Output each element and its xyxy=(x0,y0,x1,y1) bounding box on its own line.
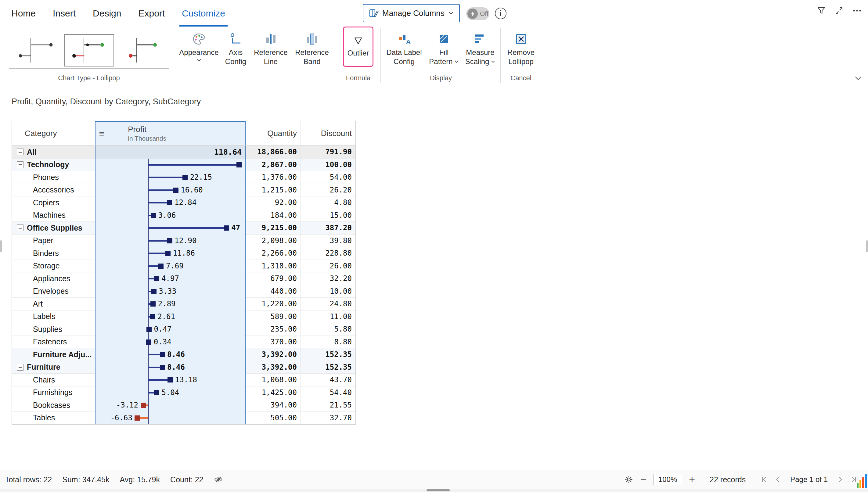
discount-cell[interactable]: 100.00 xyxy=(300,158,356,171)
column-header-category[interactable]: Category xyxy=(12,121,95,146)
category-cell[interactable]: Paper xyxy=(12,235,95,247)
chart-type-option-1[interactable] xyxy=(11,34,61,67)
discount-cell[interactable]: 32.20 xyxy=(300,272,356,285)
zoom-out-button[interactable]: − xyxy=(641,474,647,485)
chart-type-option-2-selected[interactable] xyxy=(64,34,114,67)
fill-pattern-button[interactable]: Fill Pattern xyxy=(427,31,461,66)
previous-page-icon[interactable] xyxy=(774,476,782,483)
quantity-cell[interactable]: 235.00 xyxy=(246,323,300,336)
discount-cell[interactable]: 54.40 xyxy=(300,387,356,399)
profit-cell[interactable]: 12.84 xyxy=(95,196,246,209)
profit-cell[interactable]: -6.63 xyxy=(95,412,246,425)
table-row[interactable]: Art2.891,220.0024.80 xyxy=(12,298,356,311)
discount-cell[interactable]: 15.00 xyxy=(300,209,356,222)
lollipop-stick[interactable] xyxy=(148,190,176,191)
data-label-config-button[interactable]: A Data Label Config xyxy=(385,31,423,66)
chart-type-option-3[interactable] xyxy=(117,34,167,67)
lollipop-marker[interactable] xyxy=(151,289,156,294)
table-row[interactable]: −Technology2,867.00100.00 xyxy=(12,158,356,171)
profit-cell[interactable]: 7.69 xyxy=(95,260,246,273)
discount-cell[interactable]: 152.35 xyxy=(300,348,356,361)
lollipop-marker[interactable] xyxy=(160,352,165,357)
profit-cell[interactable]: 0.47 xyxy=(95,323,246,336)
discount-cell[interactable]: 54.00 xyxy=(300,171,356,184)
lollipop-stick[interactable] xyxy=(148,252,168,254)
zoom-level[interactable]: 100% xyxy=(653,474,682,485)
table-row[interactable]: −All118.6418,866.00791.90 xyxy=(12,146,356,158)
lollipop-marker[interactable] xyxy=(141,403,146,408)
discount-cell[interactable]: 791.90 xyxy=(300,146,356,158)
lollipop-marker[interactable] xyxy=(146,340,151,345)
category-cell[interactable]: −Furniture xyxy=(12,361,95,374)
table-row[interactable]: Machines3.06184.0015.00 xyxy=(12,209,356,222)
info-icon[interactable]: i xyxy=(495,8,506,19)
category-cell[interactable]: Copiers xyxy=(12,196,95,209)
drag-handle-icon[interactable]: ≡ xyxy=(99,129,104,138)
profit-cell[interactable]: 2.89 xyxy=(95,298,246,311)
table-row[interactable]: Binders11.862,266.00228.80 xyxy=(12,247,356,260)
discount-cell[interactable]: 39.80 xyxy=(300,235,356,247)
lollipop-marker[interactable] xyxy=(154,390,159,395)
lollipop-stick[interactable] xyxy=(148,164,239,166)
axis-config-button[interactable]: Axis Config xyxy=(221,31,250,66)
measure-scaling-button[interactable]: Measure Scaling xyxy=(463,31,497,66)
table-row[interactable]: Accessories16.601,215.0026.20 xyxy=(12,184,356,197)
profit-cell[interactable]: 118.64 xyxy=(95,146,246,158)
lollipop-marker[interactable] xyxy=(160,365,165,370)
quantity-cell[interactable]: 1,220.00 xyxy=(246,298,300,311)
table-row[interactable]: Envelopes3.33440.0010.00 xyxy=(12,285,356,298)
quantity-cell[interactable]: 1,376.00 xyxy=(246,171,300,184)
tab-export[interactable]: Export xyxy=(136,0,167,27)
quantity-cell[interactable]: 1,068.00 xyxy=(246,374,300,387)
visual-resize-handle-left[interactable] xyxy=(0,240,2,252)
quantity-cell[interactable]: 3,392.00 xyxy=(246,348,300,361)
first-page-icon[interactable] xyxy=(760,476,768,483)
category-cell[interactable]: Bookcases xyxy=(12,399,95,412)
profit-cell[interactable]: 4.97 xyxy=(95,272,246,285)
discount-cell[interactable]: 43.70 xyxy=(300,374,356,387)
lollipop-stick[interactable] xyxy=(148,227,226,229)
table-row[interactable]: Phones22.151,376.0054.00 xyxy=(12,171,356,184)
quantity-cell[interactable]: 1,318.00 xyxy=(246,260,300,273)
category-cell[interactable]: Furniture Adju... xyxy=(12,348,95,361)
discount-cell[interactable]: 387.20 xyxy=(300,222,356,235)
category-cell[interactable]: Binders xyxy=(12,247,95,260)
appearance-button[interactable]: Appearance xyxy=(176,31,222,62)
quantity-cell[interactable]: 589.00 xyxy=(246,311,300,323)
discount-cell[interactable]: 26.20 xyxy=(300,184,356,197)
settings-gear-icon[interactable] xyxy=(624,475,634,484)
lollipop-marker[interactable] xyxy=(173,188,178,193)
quantity-cell[interactable]: 92.00 xyxy=(246,196,300,209)
quantity-cell[interactable]: 9,215.00 xyxy=(246,222,300,235)
reference-line-button[interactable]: Reference Line xyxy=(253,31,288,66)
category-cell[interactable]: Appliances xyxy=(12,272,95,285)
lollipop-marker[interactable] xyxy=(183,175,188,180)
table-row[interactable]: Storage7.691,318.0026.00 xyxy=(12,260,356,273)
table-row[interactable]: Fasteners0.34370.008.80 xyxy=(12,336,356,349)
collapse-toggle-icon[interactable]: − xyxy=(17,364,24,371)
table-row[interactable]: Copiers12.8492.004.80 xyxy=(12,196,356,209)
collapse-toggle-icon[interactable]: − xyxy=(17,162,24,168)
discount-cell[interactable]: 10.00 xyxy=(300,285,356,298)
lollipop-stick[interactable] xyxy=(148,177,185,178)
quantity-cell[interactable]: 679.00 xyxy=(246,272,300,285)
category-cell[interactable]: Chairs xyxy=(12,374,95,387)
discount-cell[interactable]: 21.55 xyxy=(300,399,356,412)
table-row[interactable]: Appliances4.97679.0032.20 xyxy=(12,272,356,285)
quantity-cell[interactable]: 2,098.00 xyxy=(246,235,300,247)
tab-design[interactable]: Design xyxy=(90,0,124,27)
profit-cell[interactable]: 8.46 xyxy=(95,361,246,374)
category-cell[interactable]: Envelopes xyxy=(12,285,95,298)
lollipop-marker[interactable] xyxy=(165,251,171,256)
category-cell[interactable]: −Office Supplies xyxy=(12,222,95,235)
table-row[interactable]: Bookcases-3.12394.0021.55 xyxy=(12,399,356,412)
table-row[interactable]: Furniture Adju...8.463,392.00152.35 xyxy=(12,348,356,361)
horizontal-scrollbar[interactable] xyxy=(0,489,868,492)
reference-band-button[interactable]: Reference Band xyxy=(294,31,330,66)
collapse-toggle-icon[interactable]: − xyxy=(17,149,24,155)
category-cell[interactable]: Labels xyxy=(12,311,95,323)
quantity-cell[interactable]: 18,866.00 xyxy=(246,146,300,158)
scrollbar-thumb[interactable] xyxy=(427,489,450,491)
more-options-icon[interactable] xyxy=(852,6,862,15)
lollipop-marker[interactable] xyxy=(168,377,173,383)
